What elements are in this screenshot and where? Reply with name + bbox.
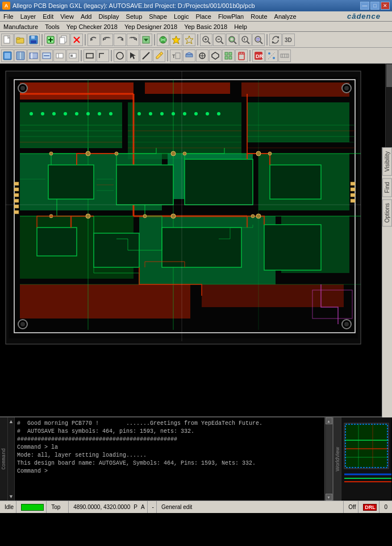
svg-rect-185 (351, 182, 355, 185)
drc-icon-button[interactable]: DRC (252, 49, 265, 62)
toolbar-sep-1 (41, 34, 43, 46)
pencil-button[interactable] (153, 49, 165, 62)
visibility-tab[interactable]: Visibility (382, 147, 392, 176)
add-connect-button[interactable] (44, 34, 57, 46)
maximize-button[interactable]: □ (370, 2, 380, 10)
console-scroll-track (326, 424, 332, 494)
console-scroll-down[interactable]: ▼ (326, 494, 332, 500)
zoom-area-button[interactable] (252, 34, 265, 46)
menu-help[interactable]: Help (231, 22, 251, 31)
svg-point-172 (20, 86, 25, 90)
icon2-button[interactable] (183, 49, 195, 62)
menu-file[interactable]: File (0, 11, 17, 21)
worldview-content[interactable] (341, 417, 392, 500)
off-label: Off (348, 504, 356, 510)
dehighlight-button[interactable] (183, 34, 195, 46)
menu-yep-checker[interactable]: Yep Checker 2018 (63, 22, 121, 31)
svg-point-164 (115, 152, 118, 155)
command-label: Command (0, 417, 8, 500)
circle-button[interactable] (114, 49, 126, 62)
menu-view[interactable]: View (57, 11, 77, 21)
menu-route[interactable]: Route (247, 11, 270, 21)
svg-rect-137 (264, 225, 321, 270)
scroll-down-arrow[interactable]: ▼ (9, 493, 14, 500)
svg-rect-63 (186, 55, 193, 57)
menu-add[interactable]: Add (77, 11, 95, 21)
svg-point-117 (64, 112, 67, 115)
rule2-button[interactable] (278, 49, 291, 62)
svg-rect-2 (16, 38, 20, 39)
find-tab[interactable]: Find (382, 178, 392, 197)
icon3-button[interactable] (196, 49, 208, 62)
pointer-button[interactable] (127, 49, 139, 62)
menu-yep-designer[interactable]: Yep Designer 2018 (121, 22, 181, 31)
zoom-fit-button[interactable] (226, 34, 239, 46)
delete2-button[interactable] (235, 49, 248, 62)
menu-analyze[interactable]: Analyze (271, 11, 300, 21)
worldview-label: WorldView (333, 417, 341, 500)
status-bar: Idle Top 4890.0000, 4320.0000 P A - Gene… (0, 500, 392, 513)
rule1-button[interactable] (265, 49, 278, 62)
console-text[interactable]: # Good morning PCB770 ! .......Greetings… (15, 417, 324, 500)
svg-rect-5 (31, 40, 36, 43)
console-scroll-up[interactable]: ▲ (326, 417, 332, 424)
menu-place[interactable]: Place (192, 11, 215, 21)
menu-setup[interactable]: Setup (123, 11, 146, 21)
refresh-button[interactable] (269, 34, 282, 46)
shape-corner-button[interactable] (97, 49, 109, 62)
menu-tools[interactable]: Tools (41, 22, 63, 31)
zoom-in-button[interactable] (200, 34, 212, 46)
snap1-button[interactable] (1, 49, 14, 62)
svg-rect-92 (241, 82, 349, 97)
3d-button[interactable]: 3D (282, 34, 295, 46)
icon5-button[interactable] (222, 49, 235, 62)
open-button[interactable] (14, 34, 27, 46)
zoom-prev-button[interactable] (239, 34, 252, 46)
snap3-button[interactable] (27, 49, 40, 62)
menu-layer[interactable]: Layer (17, 11, 40, 21)
rat-button[interactable] (157, 34, 169, 46)
snap2-button[interactable] (14, 49, 27, 62)
delete-button[interactable] (70, 34, 83, 46)
zoom-out-button[interactable] (213, 34, 226, 46)
icon1-button[interactable]: T (170, 49, 182, 62)
snap5-button[interactable] (53, 49, 66, 62)
options-tab[interactable]: Options (382, 199, 392, 226)
undo2-button[interactable] (101, 34, 113, 46)
svg-line-26 (208, 42, 210, 44)
pcb-canvas[interactable] (0, 64, 392, 416)
scrollbar-thumb[interactable] (386, 64, 392, 87)
undo-button[interactable] (87, 34, 100, 46)
idle-label: Idle (5, 504, 14, 510)
menu-flowplan[interactable]: FlowPlan (215, 11, 247, 21)
svg-point-121 (109, 112, 112, 115)
icon4-button[interactable] (209, 49, 222, 62)
svg-point-128 (206, 112, 209, 115)
scroll-down-button[interactable] (140, 34, 152, 46)
close-button[interactable]: ✕ (381, 2, 390, 10)
menu-edit[interactable]: Edit (39, 11, 57, 21)
svg-rect-44 (5, 53, 10, 59)
menu-shape[interactable]: Shape (145, 11, 170, 21)
status-layer[interactable]: Top (49, 501, 69, 513)
svg-rect-193 (345, 424, 387, 468)
shape-rect-button[interactable] (84, 49, 96, 62)
app-icon: A (2, 2, 10, 10)
snap4-button[interactable] (40, 49, 53, 62)
menu-yep-basic[interactable]: Yep Basic 2018 (181, 22, 231, 31)
save-button[interactable] (27, 34, 40, 46)
scroll-up-arrow[interactable]: ▲ (9, 417, 14, 425)
redo-button[interactable] (114, 34, 126, 46)
minimize-button[interactable]: — (360, 2, 369, 10)
snap6-button[interactable] (66, 49, 79, 62)
menu-display[interactable]: Display (95, 11, 122, 21)
console-scrollbar[interactable]: ▲ ▼ (324, 417, 332, 500)
line-button[interactable] (140, 49, 152, 62)
svg-point-163 (49, 152, 53, 155)
new-button[interactable] (1, 34, 14, 46)
copy-button[interactable] (57, 34, 70, 46)
redo2-button[interactable] (127, 34, 139, 46)
menu-manufacture[interactable]: Manufacture (0, 22, 41, 31)
highlight-button[interactable] (170, 34, 182, 46)
menu-logic[interactable]: Logic (170, 11, 192, 21)
